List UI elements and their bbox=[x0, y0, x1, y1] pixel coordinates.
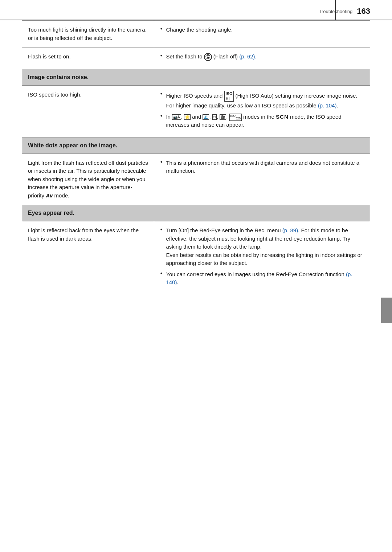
table-row: Light from the flash has reflected off d… bbox=[22, 154, 370, 205]
solution-bullet: This is a phenomenon that occurs with di… bbox=[160, 159, 364, 175]
solution-cell: Set the flash to Ⓒ (Flash off) (p. 62). bbox=[154, 48, 370, 69]
flash-off-page-link: (p. 62). bbox=[239, 53, 257, 60]
cause-text: Flash is set to on. bbox=[28, 53, 71, 60]
solution-cell: Change the shooting angle. bbox=[154, 21, 370, 48]
flash-off-icon: Ⓒ bbox=[204, 53, 212, 61]
cause-cell: Light from the flash has reflected off d… bbox=[22, 154, 154, 205]
red-eye-bullet1-text: Turn [On] the Red-Eye setting in the Rec… bbox=[166, 227, 362, 266]
red-eye-page-link-1: (p. 89) bbox=[282, 227, 298, 233]
cause-text: Light is reflected back from the eyes wh… bbox=[28, 227, 139, 242]
solution-cell: This is a phenomenon that occurs with di… bbox=[154, 154, 370, 205]
mode-icon-2: 🌟 bbox=[184, 114, 191, 120]
cause-text: Light from the flash has reflected off d… bbox=[28, 160, 148, 199]
solution-cell: Higher ISO speeds and ISOHI (High ISO Au… bbox=[154, 86, 370, 138]
solution-bullet-2: In 📷A, 🌟 and 🌊, □, 🎥, ISO320 modes in th… bbox=[160, 113, 364, 129]
table-row: Too much light is shining directly into … bbox=[22, 21, 370, 48]
solution-bullet-1: Higher ISO speeds and ISOHI (High ISO Au… bbox=[160, 91, 364, 110]
table-row: Flash is set to on. Set the flash to Ⓒ (… bbox=[22, 48, 370, 69]
mode-icon-4: □ bbox=[212, 114, 217, 120]
table-row: Light is reflected back from the eyes wh… bbox=[22, 221, 370, 295]
red-eye-bullet2-text: You can correct red eyes in images using… bbox=[166, 271, 352, 286]
mode-icon-1: 📷A bbox=[172, 114, 181, 120]
table-row: ISO speed is too high. Higher ISO speeds… bbox=[22, 86, 370, 138]
section-header-cell: White dots appear on the image. bbox=[22, 137, 370, 154]
iso-page-link: (p. 104) bbox=[318, 102, 337, 109]
iso-bullet1-text: Higher ISO speeds and ISOHI (High ISO Au… bbox=[166, 93, 357, 109]
page-content: Too much light is shining directly into … bbox=[0, 20, 392, 310]
troubleshooting-table: Too much light is shining directly into … bbox=[22, 20, 370, 295]
scn-label: SCN bbox=[276, 114, 289, 120]
section-header-cell: Eyes appear red. bbox=[22, 205, 370, 221]
solution-text: Change the shooting angle. bbox=[166, 26, 232, 33]
header-divider bbox=[335, 0, 336, 20]
side-tab bbox=[381, 298, 392, 323]
cause-text: ISO speed is too high. bbox=[28, 91, 82, 98]
cause-cell: ISO speed is too high. bbox=[22, 86, 154, 138]
mode-icon-3: 🌊 bbox=[203, 114, 209, 120]
section-header-cell: Image contains noise. bbox=[22, 69, 370, 86]
cause-cell: Light is reflected back from the eyes wh… bbox=[22, 221, 154, 295]
mode-icon-5: 🎥 bbox=[220, 114, 226, 120]
solution-bullet: Change the shooting angle. bbox=[160, 26, 364, 34]
section-header-image-noise: Image contains noise. bbox=[22, 69, 370, 86]
section-header-label: White dots appear on the image. bbox=[28, 142, 117, 148]
section-header-label: Eyes appear red. bbox=[28, 210, 74, 216]
av-label: Av bbox=[46, 192, 53, 199]
flash-off-text: Set the flash to Ⓒ (Flash off) (p. 62). bbox=[166, 53, 256, 60]
cause-text: Too much light is shining directly into … bbox=[28, 26, 147, 41]
page-number: 163 bbox=[357, 7, 370, 16]
red-eye-page-link-2: (p. 140) bbox=[166, 271, 352, 286]
high-iso-icon: ISOHI bbox=[224, 91, 234, 102]
section-header-label: Image contains noise. bbox=[28, 74, 89, 80]
cause-cell: Flash is set to on. bbox=[22, 48, 154, 69]
iso-bullet2-text: In 📷A, 🌟 and 🌊, □, 🎥, ISO320 modes in th… bbox=[166, 114, 341, 128]
page-header: Troubleshooting 163 bbox=[0, 0, 392, 20]
section-header-red-eyes: Eyes appear red. bbox=[22, 205, 370, 221]
mode-icon-6: ISO320 bbox=[229, 114, 242, 121]
solution-bullet-1: Turn [On] the Red-Eye setting in the Rec… bbox=[160, 226, 364, 267]
solution-bullet-2: You can correct red eyes in images using… bbox=[160, 270, 364, 287]
cause-cell: Too much light is shining directly into … bbox=[22, 21, 154, 48]
solution-bullet: Set the flash to Ⓒ (Flash off) (p. 62). bbox=[160, 53, 364, 61]
solution-cell: Turn [On] the Red-Eye setting in the Rec… bbox=[154, 221, 370, 295]
section-header-white-dots: White dots appear on the image. bbox=[22, 137, 370, 154]
phenomenon-text: This is a phenomenon that occurs with di… bbox=[166, 160, 359, 174]
